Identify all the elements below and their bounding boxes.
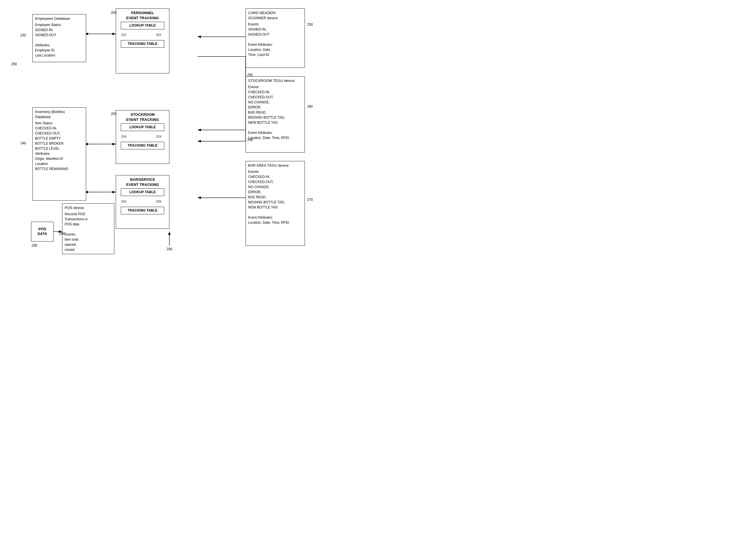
bar-service-tracking-title: BAR/SERVICEEVENT TRACKING — [118, 177, 167, 187]
ref-250: 250 — [307, 23, 313, 27]
ref-260: 260 — [307, 104, 313, 108]
diagram-container: Employees Database Employee Status: SIGN… — [0, 0, 378, 272]
ref-206: 206 — [167, 247, 172, 251]
stockroom-tesu-box: STOCKROOM TESU device Events: CHECKED-IN… — [246, 76, 305, 152]
ref-212: 212 — [121, 33, 126, 37]
bar-area-tesu-title: BAR AREA TESU device — [248, 163, 302, 168]
pos-device-box: POS device Records POS Transactions in P… — [62, 203, 114, 254]
personnel-tracking-title: PERSONNELEVENT TRACKING — [118, 10, 167, 21]
stockroom-tracking-box: STOCKROOMEVENT TRACKING LOOKUP TABLE 214… — [116, 110, 169, 164]
personnel-lookup-table: LOOKUP TABLE — [121, 22, 165, 29]
ref-285: 285 — [32, 243, 37, 247]
bar-area-tesu-content: Events: CHECKED-IN, CHECKED-OUT, NO CHAN… — [248, 169, 302, 225]
employees-db-box: Employees Database Employee Status: SIGN… — [32, 14, 86, 62]
stockroom-tracking-title: STOCKROOMEVENT TRACKING — [118, 112, 167, 122]
stockroom-tesu-content: Events: CHECKED-IN, CHECKED-OUT, NO CHAN… — [248, 84, 302, 140]
ref-226: 226 — [156, 199, 161, 204]
ref-200: 200 — [11, 62, 17, 66]
employees-db-content: Employee Status: SIGNED-IN, SIGNED-OUT A… — [35, 22, 84, 58]
inventory-db-box: Inventory (Bottles)Database Item Status:… — [32, 107, 86, 200]
inventory-db-title: Inventory (Bottles)Database — [35, 109, 84, 119]
bar-service-lookup-table: LOOKUP TABLE — [121, 188, 165, 196]
stockroom-tesu-title: STOCKROOM TESU device — [248, 78, 302, 83]
ref-290: 290 — [247, 138, 253, 142]
ref-230: 230 — [20, 33, 26, 37]
ref-222: 222 — [156, 33, 161, 37]
pos-data-label: POS DATA — [34, 227, 51, 236]
ref-204: 204 — [111, 112, 117, 116]
ref-270: 270 — [307, 198, 313, 202]
employees-db-title: Employees Database — [35, 16, 84, 21]
bar-service-tracking-box: BAR/SERVICEEVENT TRACKING LOOKUP TABLE 2… — [116, 175, 169, 229]
pos-device-content: Records POS Transactions in POS data Eve… — [65, 211, 112, 252]
ref-202: 202 — [111, 11, 117, 15]
stockroom-lookup-table: LOOKUP TABLE — [121, 123, 165, 131]
ref-214: 214 — [121, 134, 126, 139]
personnel-tracking-table: TRACKING TABLE — [121, 40, 165, 48]
ref-224: 224 — [156, 134, 161, 139]
bar-service-tracking-table: TRACKING TABLE — [121, 207, 165, 214]
bar-area-tesu-box: BAR AREA TESU device Events: CHECKED-IN,… — [246, 161, 305, 246]
personnel-tracking-box: PERSONNELEVENT TRACKING LOOKUP TABLE 212… — [116, 8, 169, 73]
ref-280: 280 — [59, 231, 65, 235]
ref-216: 216 — [121, 199, 126, 204]
card-reader-box: CARD READER/SCANNER device Events: SIGNE… — [246, 8, 305, 68]
pos-data-box: POS DATA — [31, 222, 54, 241]
stockroom-tracking-table: TRACKING TABLE — [121, 142, 165, 149]
inventory-db-content: Item Status: CHECKED-IN, CHECKED-OUT, BO… — [35, 121, 84, 171]
card-reader-content: Events: SIGNED-IN, SIGNED-OUT Event Attr… — [248, 22, 302, 57]
card-reader-title: CARD READER/SCANNER device — [248, 10, 302, 21]
pos-device-title: POS device — [65, 205, 112, 210]
ref-240: 240 — [20, 141, 26, 145]
